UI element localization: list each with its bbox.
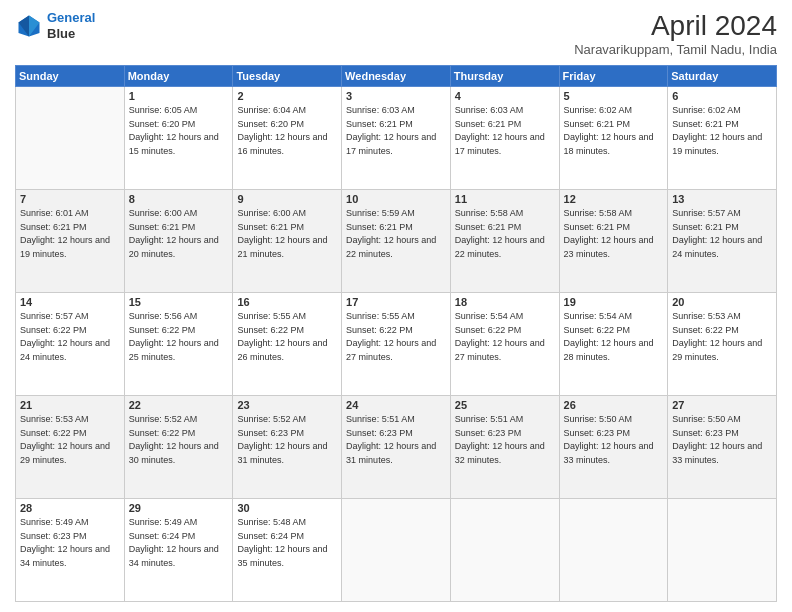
day-number: 6 — [672, 90, 772, 102]
day-info: Sunrise: 5:48 AMSunset: 6:24 PMDaylight:… — [237, 516, 337, 570]
col-thursday: Thursday — [450, 66, 559, 87]
day-number: 22 — [129, 399, 229, 411]
day-number: 4 — [455, 90, 555, 102]
page: General Blue April 2024 Naravarikuppam, … — [0, 0, 792, 612]
logo-icon — [15, 12, 43, 40]
table-row: 19Sunrise: 5:54 AMSunset: 6:22 PMDayligh… — [559, 293, 668, 396]
day-number: 12 — [564, 193, 664, 205]
day-info: Sunrise: 6:01 AMSunset: 6:21 PMDaylight:… — [20, 207, 120, 261]
day-info: Sunrise: 5:55 AMSunset: 6:22 PMDaylight:… — [346, 310, 446, 364]
table-row — [16, 87, 125, 190]
day-number: 18 — [455, 296, 555, 308]
day-info: Sunrise: 5:57 AMSunset: 6:22 PMDaylight:… — [20, 310, 120, 364]
day-info: Sunrise: 6:05 AMSunset: 6:20 PMDaylight:… — [129, 104, 229, 158]
table-row: 18Sunrise: 5:54 AMSunset: 6:22 PMDayligh… — [450, 293, 559, 396]
day-number: 2 — [237, 90, 337, 102]
day-info: Sunrise: 5:52 AMSunset: 6:22 PMDaylight:… — [129, 413, 229, 467]
calendar-week-row: 21Sunrise: 5:53 AMSunset: 6:22 PMDayligh… — [16, 396, 777, 499]
table-row: 23Sunrise: 5:52 AMSunset: 6:23 PMDayligh… — [233, 396, 342, 499]
subtitle: Naravarikuppam, Tamil Nadu, India — [574, 42, 777, 57]
table-row: 21Sunrise: 5:53 AMSunset: 6:22 PMDayligh… — [16, 396, 125, 499]
day-info: Sunrise: 5:50 AMSunset: 6:23 PMDaylight:… — [564, 413, 664, 467]
day-info: Sunrise: 5:51 AMSunset: 6:23 PMDaylight:… — [346, 413, 446, 467]
table-row: 1Sunrise: 6:05 AMSunset: 6:20 PMDaylight… — [124, 87, 233, 190]
day-number: 25 — [455, 399, 555, 411]
table-row: 9Sunrise: 6:00 AMSunset: 6:21 PMDaylight… — [233, 190, 342, 293]
table-row: 27Sunrise: 5:50 AMSunset: 6:23 PMDayligh… — [668, 396, 777, 499]
col-saturday: Saturday — [668, 66, 777, 87]
day-number: 20 — [672, 296, 772, 308]
day-info: Sunrise: 6:03 AMSunset: 6:21 PMDaylight:… — [455, 104, 555, 158]
calendar-week-row: 14Sunrise: 5:57 AMSunset: 6:22 PMDayligh… — [16, 293, 777, 396]
table-row: 29Sunrise: 5:49 AMSunset: 6:24 PMDayligh… — [124, 499, 233, 602]
table-row — [450, 499, 559, 602]
day-number: 5 — [564, 90, 664, 102]
day-number: 24 — [346, 399, 446, 411]
table-row: 30Sunrise: 5:48 AMSunset: 6:24 PMDayligh… — [233, 499, 342, 602]
table-row: 16Sunrise: 5:55 AMSunset: 6:22 PMDayligh… — [233, 293, 342, 396]
table-row: 3Sunrise: 6:03 AMSunset: 6:21 PMDaylight… — [342, 87, 451, 190]
day-number: 10 — [346, 193, 446, 205]
table-row: 7Sunrise: 6:01 AMSunset: 6:21 PMDaylight… — [16, 190, 125, 293]
table-row — [342, 499, 451, 602]
day-info: Sunrise: 5:51 AMSunset: 6:23 PMDaylight:… — [455, 413, 555, 467]
day-number: 30 — [237, 502, 337, 514]
day-number: 9 — [237, 193, 337, 205]
day-info: Sunrise: 6:04 AMSunset: 6:20 PMDaylight:… — [237, 104, 337, 158]
day-info: Sunrise: 5:49 AMSunset: 6:24 PMDaylight:… — [129, 516, 229, 570]
calendar-table: Sunday Monday Tuesday Wednesday Thursday… — [15, 65, 777, 602]
table-row: 28Sunrise: 5:49 AMSunset: 6:23 PMDayligh… — [16, 499, 125, 602]
table-row: 20Sunrise: 5:53 AMSunset: 6:22 PMDayligh… — [668, 293, 777, 396]
day-info: Sunrise: 6:00 AMSunset: 6:21 PMDaylight:… — [129, 207, 229, 261]
day-info: Sunrise: 5:50 AMSunset: 6:23 PMDaylight:… — [672, 413, 772, 467]
calendar-week-row: 7Sunrise: 6:01 AMSunset: 6:21 PMDaylight… — [16, 190, 777, 293]
day-number: 15 — [129, 296, 229, 308]
title-section: April 2024 Naravarikuppam, Tamil Nadu, I… — [574, 10, 777, 57]
table-row — [559, 499, 668, 602]
day-number: 13 — [672, 193, 772, 205]
table-row: 15Sunrise: 5:56 AMSunset: 6:22 PMDayligh… — [124, 293, 233, 396]
col-monday: Monday — [124, 66, 233, 87]
day-number: 29 — [129, 502, 229, 514]
day-info: Sunrise: 6:02 AMSunset: 6:21 PMDaylight:… — [564, 104, 664, 158]
day-number: 19 — [564, 296, 664, 308]
table-row: 14Sunrise: 5:57 AMSunset: 6:22 PMDayligh… — [16, 293, 125, 396]
col-friday: Friday — [559, 66, 668, 87]
day-number: 27 — [672, 399, 772, 411]
header: General Blue April 2024 Naravarikuppam, … — [15, 10, 777, 57]
day-number: 1 — [129, 90, 229, 102]
day-info: Sunrise: 5:55 AMSunset: 6:22 PMDaylight:… — [237, 310, 337, 364]
table-row: 6Sunrise: 6:02 AMSunset: 6:21 PMDaylight… — [668, 87, 777, 190]
month-title: April 2024 — [574, 10, 777, 42]
col-tuesday: Tuesday — [233, 66, 342, 87]
day-number: 17 — [346, 296, 446, 308]
day-number: 26 — [564, 399, 664, 411]
table-row: 17Sunrise: 5:55 AMSunset: 6:22 PMDayligh… — [342, 293, 451, 396]
day-number: 14 — [20, 296, 120, 308]
day-info: Sunrise: 5:56 AMSunset: 6:22 PMDaylight:… — [129, 310, 229, 364]
table-row: 8Sunrise: 6:00 AMSunset: 6:21 PMDaylight… — [124, 190, 233, 293]
day-number: 16 — [237, 296, 337, 308]
table-row: 22Sunrise: 5:52 AMSunset: 6:22 PMDayligh… — [124, 396, 233, 499]
day-info: Sunrise: 5:53 AMSunset: 6:22 PMDaylight:… — [672, 310, 772, 364]
day-info: Sunrise: 6:00 AMSunset: 6:21 PMDaylight:… — [237, 207, 337, 261]
day-info: Sunrise: 6:02 AMSunset: 6:21 PMDaylight:… — [672, 104, 772, 158]
day-info: Sunrise: 5:52 AMSunset: 6:23 PMDaylight:… — [237, 413, 337, 467]
day-number: 8 — [129, 193, 229, 205]
day-info: Sunrise: 6:03 AMSunset: 6:21 PMDaylight:… — [346, 104, 446, 158]
day-info: Sunrise: 5:49 AMSunset: 6:23 PMDaylight:… — [20, 516, 120, 570]
day-number: 23 — [237, 399, 337, 411]
table-row: 13Sunrise: 5:57 AMSunset: 6:21 PMDayligh… — [668, 190, 777, 293]
table-row: 25Sunrise: 5:51 AMSunset: 6:23 PMDayligh… — [450, 396, 559, 499]
table-row: 4Sunrise: 6:03 AMSunset: 6:21 PMDaylight… — [450, 87, 559, 190]
logo-text: General Blue — [47, 10, 95, 41]
day-info: Sunrise: 5:58 AMSunset: 6:21 PMDaylight:… — [564, 207, 664, 261]
table-row: 10Sunrise: 5:59 AMSunset: 6:21 PMDayligh… — [342, 190, 451, 293]
col-wednesday: Wednesday — [342, 66, 451, 87]
table-row: 5Sunrise: 6:02 AMSunset: 6:21 PMDaylight… — [559, 87, 668, 190]
day-info: Sunrise: 5:54 AMSunset: 6:22 PMDaylight:… — [564, 310, 664, 364]
day-number: 3 — [346, 90, 446, 102]
day-info: Sunrise: 5:59 AMSunset: 6:21 PMDaylight:… — [346, 207, 446, 261]
calendar-header-row: Sunday Monday Tuesday Wednesday Thursday… — [16, 66, 777, 87]
day-number: 7 — [20, 193, 120, 205]
